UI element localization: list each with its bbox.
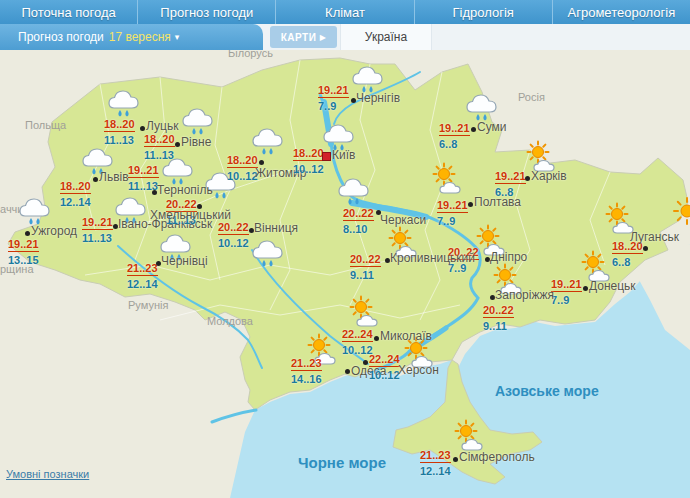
day-temp: 19..21	[82, 216, 113, 230]
city-label[interactable]: Київ	[332, 148, 355, 162]
city-label[interactable]: Кропивницький	[390, 251, 475, 265]
day-temp: 20..22	[350, 253, 381, 267]
city-marker	[345, 369, 350, 374]
city-label[interactable]: Херсон	[398, 363, 439, 377]
city-temps: 19..217..9	[437, 199, 468, 227]
city-temps: 18..2010..12	[293, 147, 324, 175]
city-temps: 19..2111..13	[128, 164, 159, 192]
city-label[interactable]: Полтава	[474, 195, 521, 209]
city-temps: 18..2010..12	[227, 154, 258, 182]
city-temps: 21..2312..14	[127, 262, 158, 290]
day-temp: 20..22	[483, 304, 514, 318]
nav-item-3[interactable]: Гідрологія	[415, 0, 553, 24]
city-marker	[25, 231, 30, 236]
day-temp: 18..20	[293, 147, 324, 161]
day-temp: 18..20	[227, 154, 258, 168]
sea-label: Чорне море	[298, 454, 386, 471]
city-marker	[374, 336, 379, 341]
city-label[interactable]: Львів	[99, 170, 129, 184]
day-temp: 20..22	[218, 221, 249, 235]
night-temp: 8..10	[343, 223, 374, 235]
forecast-date[interactable]: 17 вересня	[109, 30, 171, 44]
night-temp: 7..9	[437, 215, 468, 227]
nav-item-0[interactable]: Поточна погода	[0, 0, 138, 24]
nav-item-1[interactable]: Прогноз погоди	[138, 0, 276, 24]
day-temp: 21..23	[420, 449, 451, 463]
city-temps: 21..2314..16	[291, 357, 322, 385]
night-temp: 11..13	[104, 134, 135, 146]
day-temp: 19..21	[495, 170, 526, 184]
rain-cloud-icon	[250, 238, 286, 274]
day-temp: 19..21	[551, 278, 582, 292]
city-temps: 21..2312..14	[420, 449, 451, 477]
night-temp: 10..12	[342, 344, 373, 356]
city-label[interactable]: Чернівці	[161, 254, 208, 268]
city-label[interactable]: Луцьк	[146, 119, 178, 133]
nav-item-2[interactable]: Клімат	[276, 0, 414, 24]
night-temp: 9..11	[483, 320, 514, 332]
city-label[interactable]: Харків	[531, 169, 567, 183]
legend-link[interactable]: Умовні позначки	[6, 468, 89, 480]
city-label[interactable]: Чернігів	[356, 91, 400, 105]
maps-button[interactable]: КАРТИ ▶	[270, 26, 337, 48]
city-marker	[363, 360, 368, 365]
city-marker	[93, 177, 98, 182]
city-label[interactable]: Донецьк	[589, 279, 636, 293]
night-temp: 12..14	[127, 278, 158, 290]
city-marker	[583, 286, 588, 291]
city-label[interactable]: Рівне	[181, 135, 211, 149]
tab-ukraine[interactable]: Україна	[340, 24, 432, 50]
city-label[interactable]: Черкаси	[380, 213, 426, 227]
city-label[interactable]: Миколаїв	[380, 329, 432, 343]
sea-label: Азовське море	[495, 383, 599, 399]
city-temps: 19..2113..15	[8, 238, 39, 266]
sub-header: Прогноз погоди 17 вересня ▾ КАРТИ ▶ Укра…	[0, 24, 690, 51]
city-label[interactable]: Запоріжжя	[495, 288, 554, 302]
sun-cloud-icon	[430, 162, 464, 198]
weather-page: Поточна погодаПрогноз погодиКліматГідрол…	[0, 0, 690, 498]
city-label[interactable]: Луганськ	[630, 230, 679, 244]
day-temp: 18..20	[60, 180, 91, 194]
city-label[interactable]: Хмельницький	[150, 208, 231, 222]
night-temp: 11..13	[82, 232, 113, 244]
city-temps: 20..229..11	[483, 304, 514, 332]
day-temp: 19..21	[439, 122, 470, 136]
city-label[interactable]: Суми	[477, 120, 506, 134]
day-temp: 19..21	[318, 84, 349, 98]
nav-item-4[interactable]: Агрометеорологія	[553, 0, 690, 24]
night-temp: 10..12	[293, 163, 324, 175]
city-marker	[471, 127, 476, 132]
day-temp: 19..21	[8, 238, 39, 252]
chevron-down-icon[interactable]: ▾	[175, 32, 180, 42]
city-temps: 20..2210..12	[218, 221, 249, 249]
city-temps: 22..2410..12	[369, 353, 400, 381]
city-temps: 19..217..9	[318, 84, 349, 112]
night-temp: 10..12	[218, 237, 249, 249]
night-temp: 11..13	[144, 149, 175, 161]
city-label[interactable]: Сімферополь	[459, 450, 535, 464]
country-label: Польща	[25, 119, 66, 131]
city-marker	[643, 246, 648, 251]
night-temp: 12..14	[60, 196, 91, 208]
night-temp: 7..9	[551, 294, 582, 306]
day-temp: 18..20	[144, 133, 175, 147]
night-temp: 12..14	[420, 465, 451, 477]
forecast-date-tab[interactable]: Прогноз погоди 17 вересня ▾	[0, 24, 263, 50]
ukraine-weather-map: ПольщаБілорусьРосіяРумуніяМолдовааччирщи…	[0, 50, 690, 498]
city-label[interactable]: Дніпро	[490, 250, 527, 264]
country-label: Молдова	[207, 315, 253, 327]
sun-cloud-icon	[347, 295, 381, 331]
city-label[interactable]: Тернопіль	[157, 183, 213, 197]
city-label[interactable]: Вінниця	[254, 221, 298, 235]
day-temp: 20..22	[343, 207, 374, 221]
city-temps: 19..2111..13	[82, 216, 113, 244]
day-temp: 22..24	[342, 328, 373, 342]
city-temps: 19..217..9	[551, 278, 582, 306]
night-temp: 10..12	[369, 369, 400, 381]
city-label[interactable]: Ужгород	[31, 224, 77, 238]
night-temp: 7..9	[318, 100, 349, 112]
country-label: Румунія	[128, 299, 168, 311]
day-temp: 19..21	[437, 199, 468, 213]
city-marker	[175, 142, 180, 147]
day-temp: 22..24	[369, 353, 400, 367]
